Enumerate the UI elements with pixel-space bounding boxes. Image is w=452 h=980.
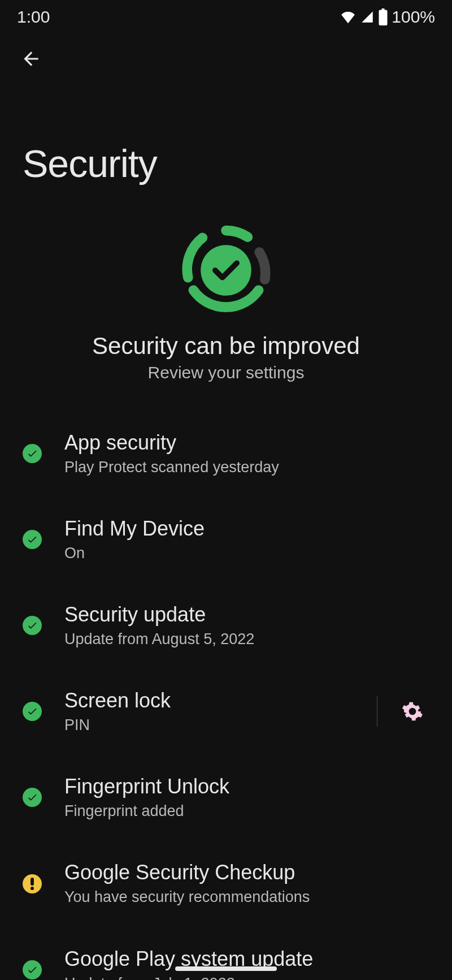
check-icon xyxy=(23,702,42,721)
item-subtitle: Update from August 5, 2022 xyxy=(64,629,429,649)
toolbar xyxy=(0,34,452,79)
item-text: Find My DeviceOn xyxy=(64,516,429,563)
status-right: 100% xyxy=(340,7,435,27)
alert-icon xyxy=(23,874,42,893)
divider xyxy=(377,696,377,727)
security-summary: Security can be improved Review your set… xyxy=(0,214,452,411)
item-text: Security updateUpdate from August 5, 202… xyxy=(64,602,429,649)
battery-icon xyxy=(378,8,388,25)
security-item[interactable]: Screen lockPIN xyxy=(0,668,452,754)
item-subtitle: On xyxy=(64,543,429,563)
item-subtitle: PIN xyxy=(64,715,354,735)
check-icon xyxy=(23,530,42,549)
page-title: Security xyxy=(0,79,452,214)
item-subtitle: Fingerprint added xyxy=(64,801,429,821)
item-text: Google Security CheckupYou have security… xyxy=(64,860,429,907)
security-item[interactable]: Google Security CheckupYou have security… xyxy=(0,840,452,926)
summary-subtitle: Review your settings xyxy=(148,363,305,382)
item-title: App security xyxy=(64,430,429,455)
wifi-icon xyxy=(340,8,357,25)
cellular-icon xyxy=(360,10,375,24)
svg-rect-1 xyxy=(31,878,34,886)
status-time: 1:00 xyxy=(17,7,50,27)
item-text: App securityPlay Protect scanned yesterd… xyxy=(64,430,429,477)
security-item[interactable]: App securityPlay Protect scanned yesterd… xyxy=(0,411,452,497)
item-title: Find My Device xyxy=(64,516,429,541)
battery-percent: 100% xyxy=(392,7,435,27)
item-subtitle: Play Protect scanned yesterday xyxy=(64,457,429,477)
check-icon xyxy=(23,616,42,635)
item-text: Screen lockPIN xyxy=(64,688,354,735)
security-item[interactable]: Fingerprint UnlockFingerprint added xyxy=(0,754,452,840)
security-list: App securityPlay Protect scanned yesterd… xyxy=(0,411,452,980)
check-icon xyxy=(23,444,42,463)
check-icon xyxy=(23,960,42,979)
security-item[interactable]: Find My DeviceOn xyxy=(0,497,452,582)
back-button[interactable] xyxy=(17,45,45,74)
arrow-left-icon xyxy=(20,48,42,71)
gear-icon[interactable] xyxy=(400,699,425,724)
item-subtitle: Update from July 1, 2022 xyxy=(64,974,429,980)
svg-point-2 xyxy=(31,887,34,890)
item-subtitle: You have security recommendations xyxy=(64,887,429,907)
item-title: Google Security Checkup xyxy=(64,860,429,885)
gesture-nav-handle[interactable] xyxy=(175,966,277,971)
security-item[interactable]: Google Play system updateUpdate from Jul… xyxy=(0,927,452,980)
status-bar: 1:00 100% xyxy=(0,0,452,34)
summary-title: Security can be improved xyxy=(92,333,360,360)
item-title: Security update xyxy=(64,602,429,627)
item-title: Fingerprint Unlock xyxy=(64,774,429,799)
item-title: Screen lock xyxy=(64,688,354,713)
security-status-icon xyxy=(181,225,271,316)
security-item[interactable]: Security updateUpdate from August 5, 202… xyxy=(0,582,452,668)
item-text: Fingerprint UnlockFingerprint added xyxy=(64,774,429,821)
check-icon xyxy=(23,788,42,807)
item-text: Google Play system updateUpdate from Jul… xyxy=(64,946,429,980)
